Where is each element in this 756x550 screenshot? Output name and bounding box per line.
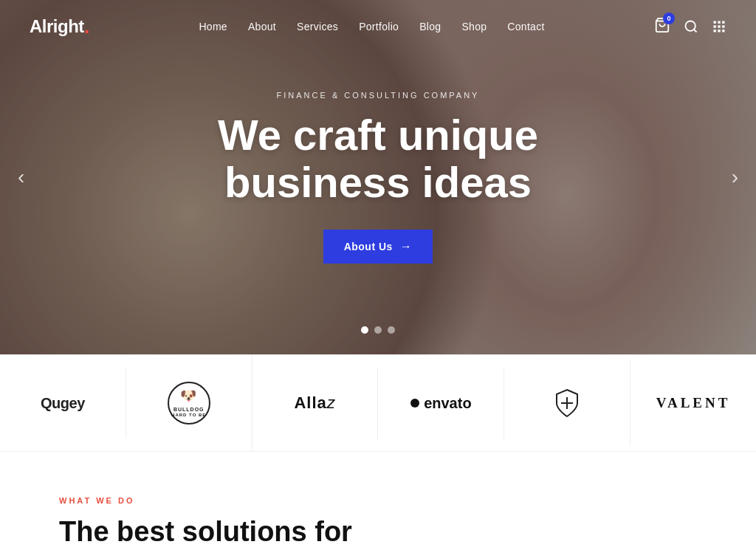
logo-envato[interactable]: envato <box>378 368 504 439</box>
logo-qugey[interactable]: Qugey <box>0 368 126 439</box>
nav-about[interactable]: About <box>248 21 276 32</box>
hero-title-line2: business ideas <box>224 158 532 206</box>
envato-dot <box>410 399 419 408</box>
logo-shield[interactable] <box>504 360 630 446</box>
nav-portfolio[interactable]: Portfolio <box>359 21 399 32</box>
nav-services[interactable]: Services <box>297 21 338 32</box>
logos-section: Qugey 🐶 BULLDOG HARD TO BE Allaz envato … <box>0 354 756 452</box>
bulldog-circle: 🐶 BULLDOG HARD TO BE <box>168 382 210 424</box>
svg-rect-6 <box>714 25 716 27</box>
cart-button[interactable]: 0 <box>654 17 670 36</box>
logo-text: Alright <box>30 16 84 37</box>
slider-dot-1[interactable] <box>361 326 368 334</box>
svg-rect-4 <box>718 21 720 24</box>
svg-rect-9 <box>714 30 716 32</box>
svg-rect-7 <box>718 25 720 27</box>
navbar-actions: 0 <box>654 17 726 36</box>
envato-label: envato <box>424 395 471 412</box>
grid-icon <box>712 19 726 34</box>
bulldog-line1: BULLDOG <box>173 406 205 413</box>
allaz-text: Allaz <box>294 393 335 413</box>
nav-blog[interactable]: Blog <box>419 21 441 32</box>
logo-valent[interactable]: VALENT <box>630 368 756 438</box>
site-logo[interactable]: Alright. <box>30 16 89 37</box>
navbar: Alright. Home About Services Portfolio B… <box>0 0 756 53</box>
logo-dot: . <box>84 16 89 37</box>
slider-dot-3[interactable] <box>388 326 395 334</box>
section-title: The best solutions for <box>59 515 697 549</box>
hero-cta-label: About Us <box>344 241 393 252</box>
slider-next-button[interactable]: › <box>723 159 747 195</box>
bulldog-logo: 🐶 BULLDOG HARD TO BE <box>168 382 210 424</box>
hero-cta-arrow: → <box>400 240 413 253</box>
envato-text: envato <box>410 395 471 412</box>
svg-rect-10 <box>718 30 720 32</box>
slider-prev-button[interactable]: ‹ <box>9 159 33 195</box>
section-title-text: The best solutions for <box>59 516 352 547</box>
nav-home[interactable]: Home <box>199 21 227 32</box>
shield-icon <box>551 387 583 419</box>
what-we-do-label: WHAT WE DO <box>59 496 697 505</box>
slider-dot-2[interactable] <box>374 326 382 334</box>
hero-title-line1: We craft unique <box>218 111 538 159</box>
svg-rect-5 <box>722 21 724 24</box>
svg-line-2 <box>694 30 697 32</box>
qugey-text: Qugey <box>41 395 85 412</box>
hero-title: We craft unique business ideas <box>218 111 538 206</box>
slider-dots <box>361 326 395 334</box>
svg-point-1 <box>686 21 695 31</box>
cart-badge: 0 <box>663 13 675 24</box>
hero-subtitle: Finance & Consulting Company <box>277 91 480 100</box>
svg-rect-3 <box>714 21 716 24</box>
nav-shop[interactable]: Shop <box>461 21 487 32</box>
logo-allaz[interactable]: Allaz <box>252 367 379 439</box>
logo-bulldog[interactable]: 🐶 BULLDOG HARD TO BE <box>126 355 252 451</box>
what-we-do-section: WHAT WE DO The best solutions for <box>0 452 756 550</box>
main-nav: Home About Services Portfolio Blog Shop … <box>199 20 544 33</box>
search-icon <box>684 19 698 34</box>
hero-cta-button[interactable]: About Us → <box>323 230 433 264</box>
svg-rect-8 <box>722 25 724 27</box>
bulldog-line2: HARD TO BE <box>171 413 206 419</box>
nav-contact[interactable]: Contact <box>507 21 544 32</box>
hero-content: Finance & Consulting Company We craft un… <box>0 0 756 354</box>
grid-menu-button[interactable] <box>712 19 726 34</box>
svg-rect-11 <box>722 30 724 32</box>
bulldog-face: 🐶 <box>180 388 197 405</box>
search-button[interactable] <box>684 19 698 34</box>
valent-text: VALENT <box>656 395 731 411</box>
hero-slider: ‹ Finance & Consulting Company We craft … <box>0 0 756 354</box>
